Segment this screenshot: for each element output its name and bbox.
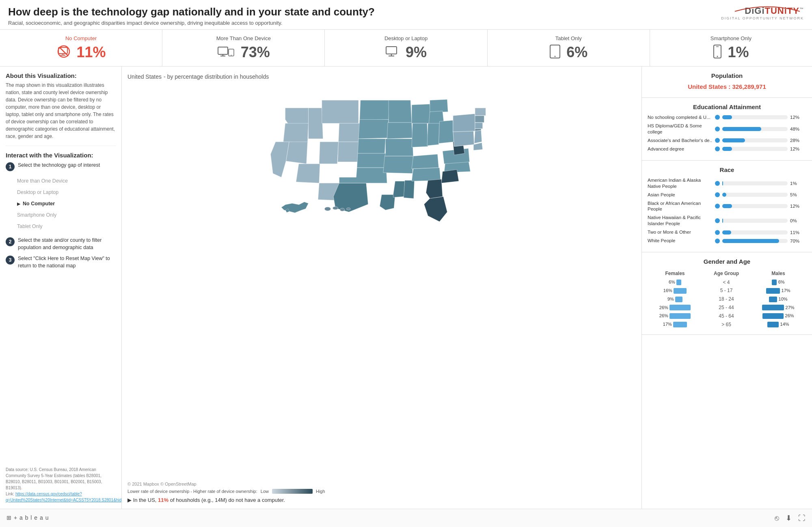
bar-fill bbox=[722, 219, 723, 223]
metric-desktop[interactable]: Desktop or Laptop 9% bbox=[325, 30, 487, 66]
bar-track bbox=[722, 181, 788, 185]
interact-section: Interact with the Visualization: 1 Selec… bbox=[6, 152, 116, 273]
about-section: About this Visualization: The map shown … bbox=[6, 72, 116, 140]
legend-gradient bbox=[272, 489, 313, 494]
bar-pct: 1% bbox=[790, 181, 806, 186]
smartphone-icon bbox=[713, 44, 722, 60]
bar-fill bbox=[722, 204, 732, 208]
bar-pct: 48% bbox=[790, 127, 806, 131]
svg-marker-54 bbox=[441, 170, 459, 183]
female-bar bbox=[669, 305, 691, 310]
svg-marker-43 bbox=[430, 99, 448, 112]
play-icon[interactable]: ▶ bbox=[127, 497, 132, 503]
step-2-num: 2 bbox=[6, 237, 15, 246]
filter-tablet[interactable]: Tablet Only bbox=[6, 221, 116, 232]
metric-no-computer-label: No Computer bbox=[65, 35, 97, 41]
bar-pct: 5% bbox=[790, 192, 806, 197]
legend-high-label: High bbox=[316, 489, 325, 494]
svg-marker-21 bbox=[322, 100, 358, 123]
download-icon[interactable]: ⬇ bbox=[786, 514, 792, 523]
bar-label: Advanced degree bbox=[648, 146, 713, 152]
svg-marker-41 bbox=[383, 156, 413, 174]
bar-dot bbox=[715, 127, 720, 131]
female-bar bbox=[675, 297, 682, 302]
step-1-num: 1 bbox=[6, 162, 15, 171]
legend-label: Lower rate of device ownership - Higher … bbox=[127, 489, 257, 494]
population-value: United States : 326,289,971 bbox=[648, 83, 806, 90]
race-bar-row: White People 70% bbox=[648, 238, 806, 244]
race-bar-row: Two or More & Other 11% bbox=[648, 229, 806, 235]
header: How deep is the technology gap nationall… bbox=[0, 0, 812, 30]
data-link[interactable]: https://data.census.gov/cedsci/table?q=U… bbox=[6, 492, 122, 502]
step-2: 2 Select the state and/or county to filt… bbox=[6, 237, 116, 251]
metric-desktop-label: Desktop or Laptop bbox=[384, 35, 428, 41]
svg-marker-64 bbox=[281, 202, 309, 213]
female-cell: 26% bbox=[648, 312, 702, 320]
map-area: United States - by percentage distributi… bbox=[122, 67, 641, 509]
metric-tablet-value: 6% bbox=[566, 44, 587, 61]
usa-map-svg[interactable] bbox=[127, 85, 636, 239]
svg-marker-26 bbox=[319, 142, 339, 164]
no-computer-icon bbox=[56, 44, 71, 60]
bar-track bbox=[722, 239, 788, 243]
gender-age-row: 6% < 4 6% bbox=[648, 278, 806, 286]
bar-pct: 70% bbox=[790, 239, 806, 243]
metric-smartphone[interactable]: Smartphone Only 1% bbox=[650, 30, 812, 66]
desktop-icon bbox=[385, 45, 400, 59]
male-cell: 14% bbox=[750, 320, 806, 329]
gender-age-row: 26% 25 - 44 27% bbox=[648, 303, 806, 312]
metric-multi-device[interactable]: More Than One Device 73% bbox=[162, 30, 325, 66]
metric-multi-device-value: 73% bbox=[241, 44, 270, 61]
bar-track bbox=[722, 230, 788, 234]
bar-label: No schooling completed & U... bbox=[648, 114, 713, 120]
multi-device-icon bbox=[217, 45, 235, 59]
gender-age-title: Gender and Age bbox=[648, 258, 806, 265]
sidebar-divider-1 bbox=[6, 146, 116, 146]
svg-marker-49 bbox=[412, 168, 441, 181]
svg-marker-53 bbox=[426, 179, 443, 199]
education-title: Educational Attainment bbox=[648, 103, 806, 110]
male-bar bbox=[766, 288, 780, 294]
map-title: United States - by percentage distributi… bbox=[127, 72, 636, 81]
metric-tablet[interactable]: Tablet Only 6% bbox=[488, 30, 650, 66]
gender-age-table: Females Age Group Males 6% < 4 6% 16% bbox=[648, 269, 806, 329]
tableau-logo: ⊞ + a b l e a u bbox=[6, 512, 55, 524]
svg-marker-36 bbox=[357, 153, 385, 168]
metric-tablet-label: Tablet Only bbox=[555, 35, 582, 41]
left-sidebar: About this Visualization: The map shown … bbox=[0, 67, 122, 509]
fullscreen-icon[interactable]: ⛶ bbox=[798, 514, 806, 523]
svg-rect-10 bbox=[386, 47, 397, 54]
bar-pct: 0% bbox=[790, 218, 806, 223]
male-bar bbox=[762, 305, 784, 310]
filter-smartphone[interactable]: Smartphone Only bbox=[6, 209, 116, 221]
share-icon[interactable]: ⎋ bbox=[775, 514, 779, 523]
svg-marker-38 bbox=[389, 100, 412, 123]
age-group-cell: 18 - 24 bbox=[702, 295, 750, 303]
bar-dot bbox=[715, 146, 720, 151]
male-cell: 27% bbox=[750, 303, 806, 312]
race-bar-row: Asian People 5% bbox=[648, 192, 806, 198]
gender-age-section: Gender and Age Females Age Group Males 6… bbox=[642, 252, 812, 335]
gender-age-row: 9% 18 - 24 10% bbox=[648, 295, 806, 303]
metric-no-computer[interactable]: No Computer 11% bbox=[0, 30, 162, 66]
bar-label: Asian People bbox=[648, 192, 713, 198]
bar-fill bbox=[722, 115, 732, 119]
svg-point-16 bbox=[717, 56, 718, 57]
map-container[interactable] bbox=[127, 85, 636, 480]
bar-dot bbox=[715, 204, 720, 209]
svg-point-68 bbox=[340, 208, 344, 211]
male-cell: 26% bbox=[750, 312, 806, 320]
svg-point-9 bbox=[231, 55, 231, 56]
svg-marker-29 bbox=[333, 183, 368, 212]
education-section: Educational Attainment No schooling comp… bbox=[642, 98, 812, 161]
filter-no-computer[interactable]: No Computer bbox=[6, 198, 116, 209]
svg-marker-32 bbox=[404, 181, 415, 199]
svg-marker-37 bbox=[339, 168, 387, 183]
filter-desktop[interactable]: Desktop or Laptop bbox=[6, 187, 116, 198]
svg-marker-23 bbox=[286, 142, 307, 164]
bar-pct: 12% bbox=[790, 204, 806, 209]
filter-more-than-one-device[interactable]: More than One Device bbox=[6, 175, 116, 187]
female-bar bbox=[669, 313, 691, 319]
svg-marker-40 bbox=[385, 139, 413, 156]
metric-no-computer-value: 11% bbox=[77, 44, 106, 61]
